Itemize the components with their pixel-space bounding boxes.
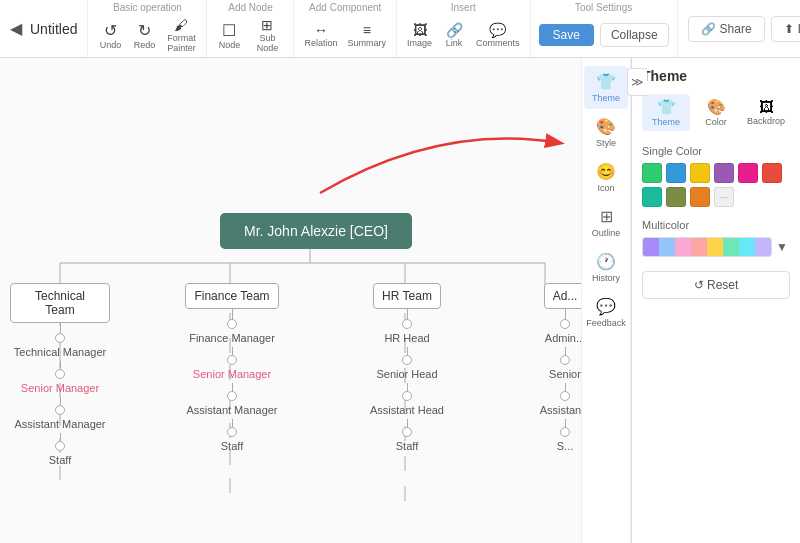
export-button[interactable]: ⬆ Export [771,16,800,42]
color-swatch-yellow[interactable] [690,163,710,183]
finance-team-node[interactable]: Finance Team [185,283,278,309]
sidebar-item-icon[interactable]: 😊 Icon [584,156,628,199]
staff-label-2: Staff [182,440,282,452]
feedback-icon: 💬 [596,297,616,316]
redo-button[interactable]: ↻ Redo [128,19,160,52]
assistant-manager-label-2: Assistant Manager [182,404,282,416]
tab-theme1-icon: 👕 [657,98,676,116]
color-grid: ··· [642,163,790,207]
ceo-node[interactable]: Mr. John Alexzie [CEO] [220,213,412,249]
color-swatch-pink[interactable] [738,163,758,183]
header-left: ◀ Untitled [0,0,88,57]
style-icon: 🎨 [596,117,616,136]
relation-button[interactable]: ↔ Relation [300,20,341,50]
insert-section: Insert 🖼 Image 🔗 Link 💬 Comments [397,0,531,57]
multicolor-dropdown-icon[interactable]: ▼ [776,240,788,254]
color-swatch-olive[interactable] [666,187,686,207]
color-swatch-blue[interactable] [666,163,686,183]
tab-theme1[interactable]: 👕 Theme [642,94,690,131]
sidebar-feedback-label: Feedback [586,318,626,328]
sidebar-item-feedback[interactable]: 💬 Feedback [584,291,628,334]
technical-team-column: Technical Team Technical Manager Senior … [10,283,110,469]
sidebar-item-outline[interactable]: ⊞ Outline [584,201,628,244]
multicolor-strip[interactable] [642,237,772,257]
finance-team-column: Finance Team Finance Manager Senior Mana… [182,283,282,455]
sidebar-theme-label: Theme [592,93,620,103]
save-button[interactable]: Save [539,24,594,46]
reset-button[interactable]: ↺ Reset [642,271,790,299]
add-node-section: Add Node ☐ Node ⊞ Sub Node [207,0,294,57]
sidebar-style-label: Style [596,138,616,148]
tab-theme1-label: Theme [652,117,680,127]
theme-tabs: 👕 Theme 🎨 Color 🖼 Backdrop [642,94,790,131]
panel-toggle-button[interactable]: ≫ [627,68,647,96]
tab-color[interactable]: 🎨 Color [692,94,740,131]
basic-operation-label: Basic operation [94,2,200,15]
back-button[interactable]: ◀ [10,19,22,38]
color-swatch-teal[interactable] [642,187,662,207]
node-button[interactable]: ☐ Node [213,19,245,52]
undo-button[interactable]: ↺ Undo [94,19,126,52]
color-swatch-orange[interactable] [690,187,710,207]
senior-manager-label-1: Senior Manager [10,382,110,394]
add-node-label: Add Node [213,2,287,15]
comments-button[interactable]: 💬 Comments [472,20,524,50]
color-swatch-more[interactable]: ··· [714,187,734,207]
format-painter-button[interactable]: 🖌 Format Painter [162,15,200,55]
staff-label-3: Staff [357,440,457,452]
theme-panel: Theme 👕 Theme 🎨 Color 🖼 Backdrop Single … [631,58,800,543]
share-button[interactable]: 🔗 Share [688,16,765,42]
history-icon: 🕐 [596,252,616,271]
summary-button[interactable]: ≡ Summary [344,20,391,50]
tab-color-label: Color [705,117,727,127]
share-export-section: 🔗 Share ⬆ Export [678,0,800,57]
tool-settings-section: Tool Settings Save Collapse [531,0,678,57]
finance-manager-label: Finance Manager [182,332,282,344]
toolbar: ◀ Untitled Basic operation ↺ Undo ↻ Redo… [0,0,800,58]
annotation-arrow [280,113,600,213]
outline-icon: ⊞ [600,207,613,226]
multicolor-label: Multicolor [642,219,790,231]
multicolor-row: ▼ [642,237,790,257]
theme-icon: 👕 [596,72,616,91]
sidebar-item-theme[interactable]: 👕 Theme [584,66,628,109]
tab-backdrop[interactable]: 🖼 Backdrop [742,94,790,131]
color-swatch-red[interactable] [762,163,782,183]
assistant-manager-label-1: Assistant Manager [10,418,110,430]
color-swatch-purple[interactable] [714,163,734,183]
basic-operation-section: Basic operation ↺ Undo ↻ Redo 🖌 Format P… [88,0,207,57]
tab-color-icon: 🎨 [707,98,726,116]
sidebar-item-style[interactable]: 🎨 Style [584,111,628,154]
icon-icon: 😊 [596,162,616,181]
add-component-section: Add Component ↔ Relation ≡ Summary [294,0,397,57]
insert-label: Insert [403,2,524,15]
sidebar-history-label: History [592,273,620,283]
hr-team-node[interactable]: HR Team [373,283,441,309]
link-button[interactable]: 🔗 Link [438,20,470,50]
staff-label-1: Staff [10,454,110,466]
technical-team-node[interactable]: Technical Team [10,283,110,323]
theme-panel-title: Theme [642,68,790,84]
sidebar-icon-label: Icon [597,183,614,193]
hr-head-label: HR Head [357,332,457,344]
sidebar-item-history[interactable]: 🕐 History [584,246,628,289]
sub-node-button[interactable]: ⊞ Sub Node [247,15,287,55]
collapse-button[interactable]: Collapse [600,23,669,47]
senior-manager-label-2: Senior Manager [182,368,282,380]
tool-settings-label: Tool Settings [539,2,669,15]
main-area: Mr. John Alexzie [CEO] Technical Team Te… [0,58,800,543]
sidebar-outline-label: Outline [592,228,621,238]
canvas[interactable]: Mr. John Alexzie [CEO] Technical Team Te… [0,58,631,543]
single-color-label: Single Color [642,145,790,157]
color-swatch-green[interactable] [642,163,662,183]
add-component-label: Add Component [300,2,390,15]
export-icon: ⬆ [784,22,794,36]
image-button[interactable]: 🖼 Image [403,20,436,50]
left-sidebar: 👕 Theme 🎨 Style 😊 Icon ⊞ Outline 🕐 Histo… [581,58,631,543]
technical-manager-label: Technical Manager [10,346,110,358]
assistant-head-label: Assistant Head [357,404,457,416]
document-title: Untitled [30,21,77,37]
admin-node[interactable]: Ad... [544,283,587,309]
tab-backdrop-label: Backdrop [747,116,785,126]
tab-backdrop-icon: 🖼 [759,98,774,115]
